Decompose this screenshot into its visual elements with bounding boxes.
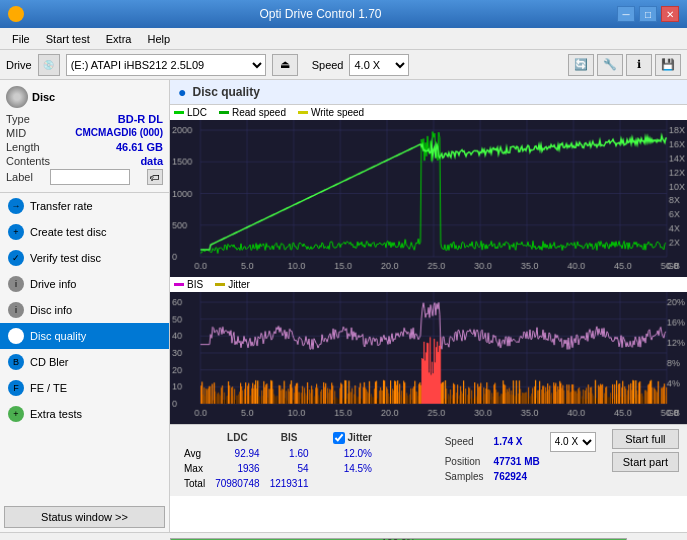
sidebar: Disc Type BD-R DL MID CMCMAGDI6 (000) Le… (0, 80, 170, 532)
read-speed-legend-label: Read speed (232, 107, 286, 118)
disc-quality-header: ● Disc quality (170, 80, 687, 105)
drive-info-icon: i (8, 276, 24, 292)
disc-quality-icon: ● (8, 328, 24, 344)
disc-quality-header-icon: ● (178, 84, 186, 100)
sidebar-item-transfer-rate[interactable]: → Transfer rate (0, 193, 169, 219)
statusbar: Test completed 100.0% 66:21 (0, 532, 687, 540)
jitter-checkbox[interactable] (333, 432, 345, 444)
length-value: 46.61 GB (116, 141, 163, 153)
jitter-legend-dot (215, 283, 225, 286)
label-icon[interactable]: 🏷 (147, 169, 163, 185)
main-content: Disc Type BD-R DL MID CMCMAGDI6 (000) Le… (0, 80, 687, 532)
label-label: Label (6, 171, 33, 183)
bis-legend: BIS Jitter (170, 277, 687, 292)
sidebar-item-drive-info[interactable]: i Drive info (0, 271, 169, 297)
create-disc-icon: + (8, 224, 24, 240)
avg-bis: 1.60 (266, 447, 313, 460)
sidebar-item-verify-test-disc[interactable]: ✓ Verify test disc (0, 245, 169, 271)
total-bis: 1219311 (266, 477, 313, 490)
eject-button[interactable]: ⏏ (272, 54, 298, 76)
close-button[interactable]: ✕ (661, 6, 679, 22)
disc-info-icon: i (8, 302, 24, 318)
type-label: Type (6, 113, 30, 125)
fe-te-icon: F (8, 380, 24, 396)
disc-icon (6, 86, 28, 108)
avg-ldc: 92.94 (211, 447, 264, 460)
label-input[interactable] (50, 169, 130, 185)
menu-help[interactable]: Help (139, 31, 178, 47)
sidebar-item-create-test-disc[interactable]: + Create test disc (0, 219, 169, 245)
stats-right: Speed 1.74 X 4.0 X Position 47731 MB (439, 429, 679, 485)
sidebar-item-disc-quality[interactable]: ● Disc quality (0, 323, 169, 349)
menu-extra[interactable]: Extra (98, 31, 140, 47)
legend-ldc: LDC (174, 107, 207, 118)
sidebar-label-drive-info: Drive info (30, 278, 76, 290)
speed-stat-label: Speed (441, 431, 488, 453)
stats-table: LDC BIS Jitter Avg 92.94 1.60 12. (178, 429, 378, 492)
position-label: Position (441, 455, 488, 468)
ldc-legend-dot (174, 111, 184, 114)
total-label: Total (180, 477, 209, 490)
sidebar-item-fe-te[interactable]: F FE / TE (0, 375, 169, 401)
max-label: Max (180, 462, 209, 475)
contents-label: Contents (6, 155, 50, 167)
sidebar-label-create-test-disc: Create test disc (30, 226, 106, 238)
drive-label: Drive (6, 59, 32, 71)
contents-value: data (140, 155, 163, 167)
sidebar-label-extra-tests: Extra tests (30, 408, 82, 420)
settings-button[interactable]: 🔧 (597, 54, 623, 76)
type-value: BD-R DL (118, 113, 163, 125)
bis-legend-dot (174, 283, 184, 286)
write-speed-legend-dot (298, 111, 308, 114)
ldc-chart (170, 120, 687, 277)
app-icon (8, 6, 24, 22)
titlebar: Opti Drive Control 1.70 ─ □ ✕ (0, 0, 687, 28)
jitter-checkbox-cell: Jitter (329, 431, 376, 445)
jitter-header: Jitter (348, 432, 372, 443)
start-full-button[interactable]: Start full (612, 429, 679, 449)
sidebar-label-fe-te: FE / TE (30, 382, 67, 394)
speed-stat-value: 1.74 X (490, 431, 544, 453)
sidebar-label-cd-bler: CD Bler (30, 356, 69, 368)
info-button[interactable]: ℹ (626, 54, 652, 76)
sidebar-item-extra-tests[interactable]: + Extra tests (0, 401, 169, 427)
cd-bler-icon: B (8, 354, 24, 370)
stats-bar: LDC BIS Jitter Avg 92.94 1.60 12. (170, 424, 687, 496)
sidebar-item-cd-bler[interactable]: B CD Bler (0, 349, 169, 375)
toolbar-icons: 🔄 🔧 ℹ 💾 (568, 54, 681, 76)
status-window-button[interactable]: Status window >> (4, 506, 165, 528)
verify-disc-icon: ✓ (8, 250, 24, 266)
maximize-button[interactable]: □ (639, 6, 657, 22)
sidebar-label-transfer-rate: Transfer rate (30, 200, 93, 212)
start-part-button[interactable]: Start part (612, 452, 679, 472)
sidebar-item-disc-info[interactable]: i Disc info (0, 297, 169, 323)
bis-legend-label: BIS (187, 279, 203, 290)
save-button[interactable]: 💾 (655, 54, 681, 76)
speed-stat-select[interactable]: 4.0 X (550, 432, 596, 452)
avg-label: Avg (180, 447, 209, 460)
ldc-legend-label: LDC (187, 107, 207, 118)
mid-label: MID (6, 127, 26, 139)
sidebar-label-disc-info: Disc info (30, 304, 72, 316)
speed-position-table: Speed 1.74 X 4.0 X Position 47731 MB (439, 429, 602, 485)
disc-info-panel: Disc Type BD-R DL MID CMCMAGDI6 (000) Le… (0, 80, 169, 193)
speed-select[interactable]: 4.0 X 1.0 X 2.0 X 8.0 X (349, 54, 409, 76)
menu-starttest[interactable]: Start test (38, 31, 98, 47)
disc-label: Disc (32, 91, 55, 103)
ldc-header: LDC (211, 431, 264, 445)
refresh-button[interactable]: 🔄 (568, 54, 594, 76)
max-ldc: 1936 (211, 462, 264, 475)
drive-select[interactable]: (E:) ATAPI iHBS212 2.5L09 (66, 54, 266, 76)
legend-read-speed: Read speed (219, 107, 286, 118)
window-controls: ─ □ ✕ (617, 6, 679, 22)
mid-value: CMCMAGDI6 (000) (75, 127, 163, 139)
minimize-button[interactable]: ─ (617, 6, 635, 22)
menubar: File Start test Extra Help (0, 28, 687, 50)
samples-value: 762924 (490, 470, 544, 483)
legend-jitter: Jitter (215, 279, 250, 290)
max-bis: 54 (266, 462, 313, 475)
transfer-rate-icon: → (8, 198, 24, 214)
menu-file[interactable]: File (4, 31, 38, 47)
length-label: Length (6, 141, 40, 153)
bis-chart (170, 292, 687, 424)
